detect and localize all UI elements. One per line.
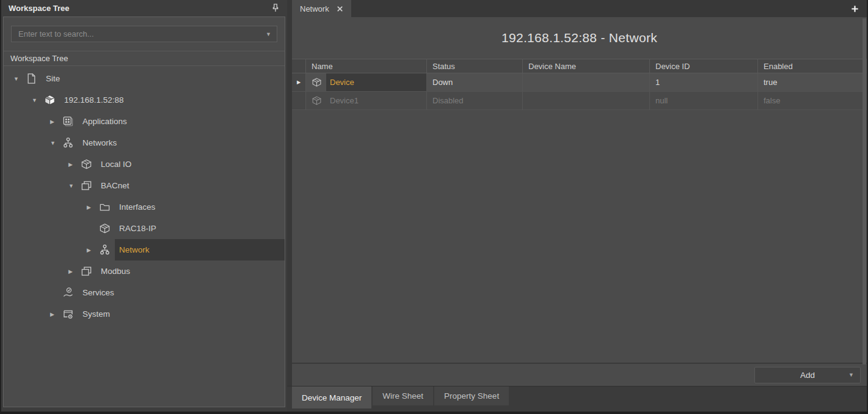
- tree-item-label: Site: [42, 68, 285, 89]
- device-box-icon: [312, 77, 322, 87]
- tree-item-networks[interactable]: ▼Networks: [4, 132, 285, 153]
- tree-indent: [4, 153, 68, 175]
- device-grid: NameStatusDevice NameDevice IDEnabled ▶D…: [292, 59, 867, 363]
- view-title-area: 192.168.1.52:88 - Network: [292, 17, 867, 59]
- workspace-tree: ▼Site▼192.168.1.52:88▶Applications▼Netwo…: [4, 66, 285, 407]
- panel-title: Workspace Tree: [9, 4, 270, 13]
- expander-icon[interactable]: ▶: [87, 239, 99, 261]
- tree-item-label: Services: [78, 282, 285, 303]
- tree-item-label: Network: [115, 239, 285, 261]
- tree-item-label: RAC18-IP: [115, 218, 285, 239]
- tree-item-services[interactable]: Services: [4, 282, 285, 303]
- vertical-scrollbar[interactable]: [863, 18, 866, 364]
- tree-item-label: Applications: [78, 111, 285, 132]
- document-icon: [26, 68, 42, 89]
- grid-header-row: NameStatusDevice NameDevice IDEnabled: [292, 59, 867, 73]
- action-bar: Add ▼: [292, 364, 867, 386]
- search-row: ▼: [4, 17, 285, 51]
- tab-network[interactable]: Network: [292, 0, 351, 17]
- table-row-device1[interactable]: Device1Disablednullfalse: [292, 92, 867, 110]
- device-box-icon: [99, 218, 115, 239]
- search-box[interactable]: ▼: [11, 26, 277, 42]
- tree-indent: [4, 218, 87, 239]
- tree-item-system[interactable]: ▶System: [4, 303, 285, 325]
- tree-item-label: Interfaces: [115, 196, 285, 218]
- device-box-icon: [312, 95, 322, 106]
- stack-icon: [81, 175, 97, 196]
- workspace-tree-header: Workspace Tree: [1, 0, 287, 16]
- view-tab-property-sheet[interactable]: Property Sheet: [434, 386, 509, 405]
- device-box-icon: [81, 153, 97, 175]
- cell-device-name: [523, 92, 650, 110]
- expander-icon[interactable]: ▶: [68, 153, 81, 175]
- search-dropdown-icon[interactable]: ▼: [266, 31, 271, 37]
- stack-icon: [81, 261, 97, 282]
- workspace-tree-panel: Workspace Tree ▼ Workspace Tree ▼Site▼19…: [1, 0, 287, 412]
- add-dropdown-icon[interactable]: ▼: [848, 372, 854, 378]
- workspace-tree-body: ▼ Workspace Tree ▼Site▼192.168.1.52:88▶A…: [3, 17, 285, 407]
- view-tabstrip: Device ManagerWire SheetProperty Sheet: [287, 386, 867, 412]
- services-icon: [62, 282, 78, 303]
- applications-icon: [62, 111, 78, 132]
- expander-icon[interactable]: ▼: [68, 175, 81, 196]
- tree-item-rac18-ip[interactable]: RAC18-IP: [4, 218, 285, 239]
- tree-item-bacnet[interactable]: ▼BACnet: [4, 175, 285, 196]
- tree-indent: [4, 282, 50, 303]
- grid-rows: ▶DeviceDown1trueDevice1Disablednullfalse: [292, 73, 867, 110]
- expander-icon[interactable]: ▼: [32, 89, 44, 111]
- expander-placeholder: [87, 218, 99, 239]
- column-header-device-name[interactable]: Device Name: [523, 59, 650, 73]
- expander-icon[interactable]: ▼: [13, 68, 26, 89]
- tree-item-label: Modbus: [97, 261, 285, 282]
- tree-item-interfaces[interactable]: ▶Interfaces: [4, 196, 285, 218]
- new-tab-icon[interactable]: [851, 5, 859, 13]
- controller-icon: [44, 89, 60, 111]
- tree-indent: [4, 261, 68, 282]
- tree-indent: [4, 196, 87, 218]
- current-row-indicator: ▶: [292, 73, 306, 92]
- main-panel: Network 192.168.1.52:88 - Network NameSt…: [287, 0, 867, 412]
- view-tab-device-manager[interactable]: Device Manager: [292, 386, 371, 408]
- tree-item-label: Networks: [78, 132, 285, 153]
- table-row-device[interactable]: ▶DeviceDown1true: [292, 73, 867, 92]
- tree-section-label: Workspace Tree: [4, 51, 285, 66]
- add-button[interactable]: Add ▼: [754, 367, 861, 383]
- network-icon: [99, 239, 115, 261]
- tree-item-site[interactable]: ▼Site: [4, 68, 285, 89]
- tree-indent: [4, 89, 32, 111]
- expander-icon[interactable]: ▶: [50, 303, 62, 325]
- column-header-status[interactable]: Status: [427, 59, 523, 73]
- tree-indent: [4, 68, 13, 89]
- document-tabstrip: Network: [287, 0, 867, 17]
- cell-name: Device1: [306, 92, 427, 110]
- tree-item-192-168-1-52-88[interactable]: ▼192.168.1.52:88: [4, 89, 285, 111]
- column-header-name[interactable]: Name: [306, 59, 427, 73]
- tree-item-label: BACnet: [97, 175, 285, 196]
- tree-indent: [4, 132, 50, 153]
- tree-indent: [4, 175, 68, 196]
- application-window: Workspace Tree ▼ Workspace Tree ▼Site▼19…: [0, 0, 868, 414]
- tree-indent: [4, 303, 50, 325]
- cell-device-id: 1: [650, 73, 758, 92]
- expander-icon[interactable]: ▶: [50, 111, 62, 132]
- cell-status: Disabled: [427, 92, 523, 110]
- cell-status: Down: [427, 73, 523, 92]
- tree-item-applications[interactable]: ▶Applications: [4, 111, 285, 132]
- system-icon: [62, 303, 78, 325]
- expander-icon[interactable]: ▶: [87, 196, 99, 218]
- tree-item-local-io[interactable]: ▶Local IO: [4, 153, 285, 175]
- view-title: 192.168.1.52:88 - Network: [501, 31, 657, 45]
- column-header-device-id[interactable]: Device ID: [650, 59, 758, 73]
- close-icon[interactable]: [337, 6, 343, 12]
- tree-item-network[interactable]: ▶Network: [4, 239, 285, 261]
- expander-placeholder: [50, 282, 62, 303]
- view-tab-wire-sheet[interactable]: Wire Sheet: [373, 386, 433, 405]
- column-header-enabled[interactable]: Enabled: [758, 59, 867, 73]
- expander-icon[interactable]: ▼: [50, 132, 62, 153]
- network-icon: [62, 132, 78, 153]
- tree-item-modbus[interactable]: ▶Modbus: [4, 261, 285, 282]
- search-input[interactable]: [17, 29, 262, 39]
- expander-icon[interactable]: ▶: [68, 261, 81, 282]
- tree-indent: [4, 239, 87, 261]
- pin-icon[interactable]: [270, 2, 281, 13]
